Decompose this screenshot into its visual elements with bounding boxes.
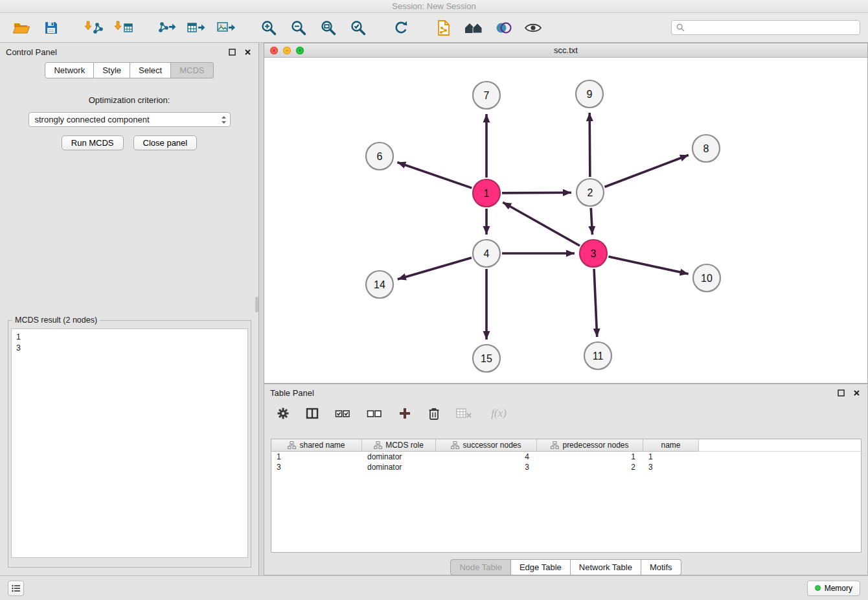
graph-node-7[interactable]: 7 xyxy=(473,82,500,109)
control-panel-tabs: Network Style Select MCDS xyxy=(0,62,258,78)
graph-node-14[interactable]: 14 xyxy=(366,271,393,298)
cell-mcds-role[interactable]: dominator xyxy=(362,462,436,472)
run-mcds-button[interactable]: Run MCDS xyxy=(62,135,124,150)
table-row[interactable]: 3 dominator 3 2 3 xyxy=(271,462,861,472)
graph-node-label: 6 xyxy=(377,151,383,162)
optimization-criterion-select[interactable]: strongly connected component xyxy=(29,112,231,127)
graph-node-label: 8 xyxy=(703,143,709,154)
zoom-fit-button[interactable] xyxy=(315,16,342,40)
column-header-name[interactable]: name xyxy=(643,439,699,452)
edge-2-to-3[interactable] xyxy=(591,208,592,235)
eye-icon xyxy=(524,21,542,34)
table-row[interactable]: 1 dominator 4 1 1 xyxy=(271,452,861,462)
column-header-predecessor-nodes[interactable]: predecessor nodes xyxy=(537,439,643,452)
tab-edge-table[interactable]: Edge Table xyxy=(511,559,571,575)
graph-node-15[interactable]: 15 xyxy=(473,345,500,372)
select-all-button[interactable] xyxy=(333,405,352,422)
search-field[interactable] xyxy=(671,20,860,35)
fx-icon: f(x) xyxy=(491,407,507,420)
edge-1-to-2[interactable] xyxy=(502,192,571,193)
tab-node-table[interactable]: Node Table xyxy=(450,559,511,575)
table-panel-float-button[interactable] xyxy=(836,387,846,398)
column-header-mcds-role[interactable]: MCDS role xyxy=(362,439,436,452)
cell-successor-nodes[interactable]: 3 xyxy=(436,462,537,472)
control-panel-close-button[interactable] xyxy=(242,47,253,57)
edge-3-to-10[interactable] xyxy=(608,257,688,274)
edge-3-to-1[interactable] xyxy=(503,202,580,246)
table-panel-close-button[interactable] xyxy=(851,387,862,398)
search-input[interactable] xyxy=(688,23,855,32)
tab-network-table[interactable]: Network Table xyxy=(571,559,641,575)
gear-icon xyxy=(277,407,290,420)
tab-mcds[interactable]: MCDS xyxy=(171,62,213,78)
edge-2-to-8[interactable] xyxy=(604,155,688,187)
table-header-row: shared name MCDS role successor nodes pr… xyxy=(271,439,861,452)
task-history-button[interactable] xyxy=(8,581,24,596)
new-network-from-selection-button[interactable] xyxy=(430,16,457,40)
vertical-splitter[interactable] xyxy=(259,43,264,575)
table-settings-button[interactable] xyxy=(275,405,291,422)
zoom-selected-icon xyxy=(350,19,367,36)
export-image-button[interactable] xyxy=(212,16,240,40)
open-session-button[interactable] xyxy=(8,16,35,40)
add-row-button[interactable] xyxy=(396,405,413,422)
plus-icon xyxy=(398,407,411,420)
show-hide-button[interactable] xyxy=(520,16,547,40)
import-table-button[interactable] xyxy=(110,16,137,40)
column-header-successor-nodes[interactable]: successor nodes xyxy=(436,439,537,452)
memory-label: Memory xyxy=(825,584,852,593)
cell-name[interactable]: 1 xyxy=(643,452,699,462)
control-panel-float-button[interactable] xyxy=(227,47,237,57)
cell-successor-nodes[interactable]: 4 xyxy=(436,452,537,462)
export-network-button[interactable] xyxy=(153,16,180,40)
zoom-out-button[interactable] xyxy=(285,16,312,40)
column-header-shared-name[interactable]: shared name xyxy=(271,439,362,452)
cell-shared-name[interactable]: 3 xyxy=(271,462,362,472)
cell-name[interactable]: 3 xyxy=(643,462,699,472)
export-table-button[interactable] xyxy=(183,16,210,40)
cell-mcds-role[interactable]: dominator xyxy=(362,452,436,462)
graph-node-3[interactable]: 3 xyxy=(580,240,607,267)
graph-node-6[interactable]: 6 xyxy=(366,143,393,170)
save-session-button[interactable] xyxy=(38,16,65,40)
tab-motifs[interactable]: Motifs xyxy=(641,559,681,575)
apply-style-button[interactable] xyxy=(490,16,517,40)
edge-2-to-9[interactable] xyxy=(589,113,590,177)
refresh-button[interactable] xyxy=(387,16,415,40)
show-columns-button[interactable] xyxy=(304,405,321,422)
edge-3-to-11[interactable] xyxy=(594,269,597,337)
window-minimize-button[interactable]: − xyxy=(283,47,291,54)
graph-node-9[interactable]: 9 xyxy=(576,80,603,108)
tab-style[interactable]: Style xyxy=(94,62,130,78)
graph-node-2[interactable]: 2 xyxy=(577,179,604,206)
window-zoom-button[interactable]: + xyxy=(296,47,304,54)
graph-node-4[interactable]: 4 xyxy=(473,240,500,267)
function-builder-button[interactable]: f(x) xyxy=(486,405,511,422)
tab-select[interactable]: Select xyxy=(130,62,171,78)
edge-4-to-14[interactable] xyxy=(398,258,472,279)
trash-icon xyxy=(428,406,440,421)
zoom-in-button[interactable] xyxy=(255,16,282,40)
cell-predecessor-nodes[interactable]: 2 xyxy=(537,462,643,472)
close-panel-button[interactable]: Close panel xyxy=(133,135,198,150)
cell-shared-name[interactable]: 1 xyxy=(271,452,362,462)
graph-node-8[interactable]: 8 xyxy=(692,135,720,162)
zoom-selected-button[interactable] xyxy=(345,16,372,40)
column-tree-icon xyxy=(451,441,459,449)
memory-button[interactable]: Memory xyxy=(807,581,860,596)
mcds-result-list[interactable]: 13 xyxy=(11,329,248,558)
splitter-handle[interactable] xyxy=(255,297,258,312)
cell-predecessor-nodes[interactable]: 1 xyxy=(537,452,643,462)
tab-network[interactable]: Network xyxy=(45,62,94,78)
graph-node-1[interactable]: 1 xyxy=(473,179,500,207)
graph-node-11[interactable]: 11 xyxy=(584,342,611,369)
first-neighbors-button[interactable] xyxy=(460,16,487,40)
import-network-button[interactable] xyxy=(80,16,108,40)
network-graph[interactable]: 7968124314101511 xyxy=(264,58,867,383)
window-close-button[interactable]: × xyxy=(270,47,278,54)
delete-row-button[interactable] xyxy=(426,405,442,422)
delete-table-button[interactable] xyxy=(455,405,474,422)
edge-1-to-6[interactable] xyxy=(397,162,472,188)
graph-node-10[interactable]: 10 xyxy=(693,264,720,292)
deselect-all-button[interactable] xyxy=(365,405,384,422)
